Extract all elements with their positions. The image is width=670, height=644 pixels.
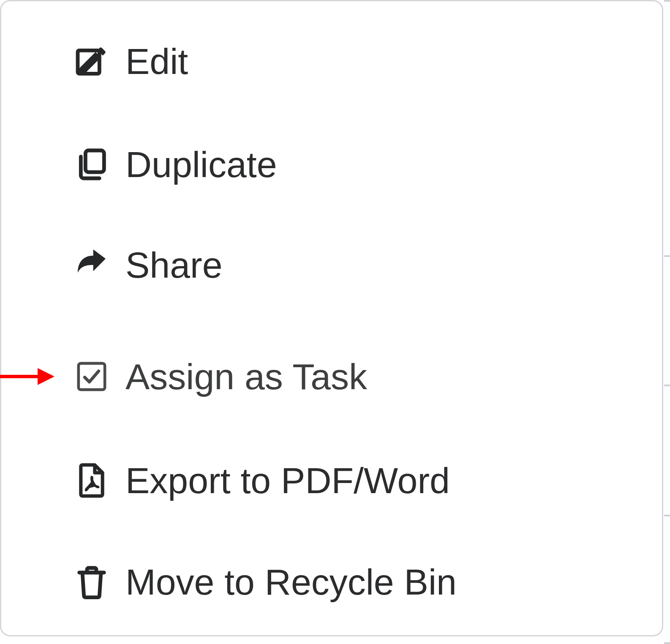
trash-icon — [73, 563, 110, 600]
share-icon — [73, 246, 110, 284]
svg-rect-3 — [79, 363, 105, 390]
menu-item-recycle-bin[interactable]: Move to Recycle Bin — [1, 555, 662, 609]
menu-item-label: Move to Recycle Bin — [125, 564, 457, 600]
edit-icon — [73, 43, 110, 80]
right-edge-ticks — [663, 0, 670, 644]
duplicate-icon — [73, 146, 110, 183]
annotation-arrow-icon — [0, 360, 59, 393]
menu-item-label: Duplicate — [125, 146, 277, 183]
menu-item-export[interactable]: Export to PDF/Word — [1, 453, 662, 508]
file-pdf-icon — [73, 462, 110, 499]
menu-item-edit[interactable]: Edit — [1, 34, 662, 88]
menu-item-assign-task[interactable]: Assign as Task — [1, 349, 662, 404]
menu-item-label: Share — [125, 247, 223, 283]
context-menu: Edit Duplicate Share — [0, 0, 663, 636]
svg-rect-1 — [85, 150, 104, 172]
menu-item-label: Edit — [125, 43, 188, 79]
menu-item-label: Assign as Task — [125, 358, 367, 395]
menu-item-share[interactable]: Share — [1, 238, 662, 292]
menu-item-duplicate[interactable]: Duplicate — [1, 137, 662, 191]
menu-item-label: Export to PDF/Word — [125, 462, 450, 499]
checkbox-icon — [73, 358, 110, 395]
